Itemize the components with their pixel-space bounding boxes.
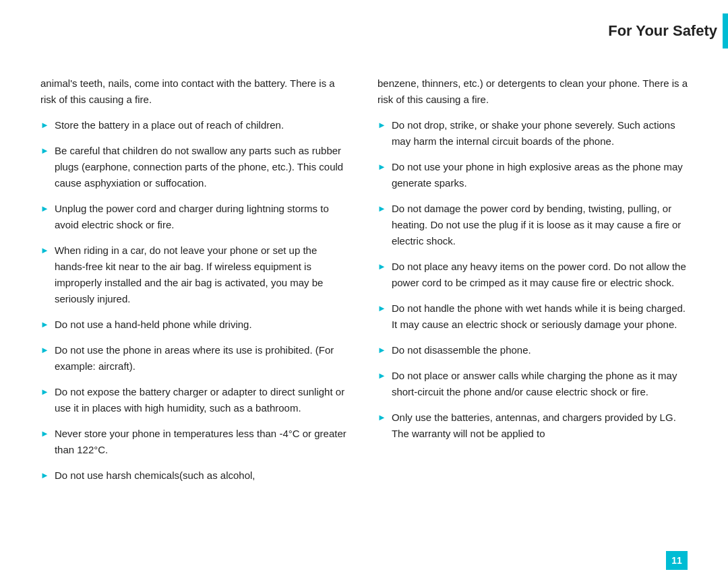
list-item: ► Do not handle the phone with wet hands… (377, 300, 688, 333)
bullet-text: Store the battery in a place out of reac… (55, 117, 284, 133)
list-item: ► Do not place any heavy items on the po… (377, 259, 688, 291)
main-content: animal's teeth, nails, come into contact… (0, 55, 728, 513)
list-item: ► Do not use harsh chemicals(such as alc… (40, 467, 351, 484)
bullet-arrow-icon: ► (40, 318, 49, 332)
bullet-arrow-icon: ► (40, 427, 49, 441)
bullet-arrow-icon: ► (40, 344, 49, 358)
bullet-arrow-icon: ► (377, 411, 386, 425)
bullet-arrow-icon: ► (40, 202, 49, 216)
bullet-text: Do not handle the phone with wet hands w… (392, 300, 688, 333)
list-item: ► Be careful that children do not swallo… (40, 143, 351, 191)
bullet-text: Do not use a hand-held phone while drivi… (55, 317, 252, 333)
bullet-text: Do not place any heavy items on the powe… (392, 259, 688, 291)
page-number: 11 (671, 555, 682, 566)
bullet-arrow-icon: ► (40, 119, 49, 133)
bullet-arrow-icon: ► (377, 344, 386, 358)
bullet-text: Do not damage the power cord by bending,… (392, 201, 688, 249)
list-item: ► Only use the batteries, antennas, and … (377, 410, 688, 442)
bullet-arrow-icon: ► (377, 369, 386, 383)
list-item: ► When riding in a car, do not leave you… (40, 243, 351, 307)
list-item: ► Do not use a hand-held phone while dri… (40, 317, 351, 333)
list-item: ► Unplug the power cord and charger duri… (40, 201, 351, 233)
bullet-text: Do not place or answer calls while charg… (392, 368, 688, 400)
bullet-text: Do not use the phone in areas where its … (55, 342, 351, 375)
left-column: animal's teeth, nails, come into contact… (40, 75, 351, 493)
right-column: benzene, thinners, etc.) or detergents t… (377, 75, 688, 493)
page-footer: 11 (666, 551, 688, 570)
bullet-arrow-icon: ► (377, 302, 386, 316)
right-intro-text: benzene, thinners, etc.) or detergents t… (377, 75, 688, 108)
bullet-text: Be careful that children do not swallow … (55, 143, 351, 191)
list-item: ► Do not damage the power cord by bendin… (377, 201, 688, 249)
left-intro-text: animal's teeth, nails, come into contact… (40, 75, 351, 108)
page-title: For Your Safety (608, 22, 723, 40)
bullet-text: Do not expose the battery charger or ada… (55, 384, 351, 416)
header-accent-bar (723, 13, 728, 48)
header-title-wrapper: For Your Safety (608, 13, 728, 48)
bullet-arrow-icon: ► (40, 469, 49, 483)
bullet-text: Do not drop, strike, or shake your phone… (392, 117, 688, 150)
list-item: ► Store the battery in a place out of re… (40, 117, 351, 133)
bullet-text: Do not disassemble the phone. (392, 342, 531, 358)
list-item: ► Do not expose the battery charger or a… (40, 384, 351, 416)
bullet-arrow-icon: ► (40, 144, 49, 158)
bullet-text: Do not use harsh chemicals(such as alcoh… (55, 467, 255, 484)
bullet-text: When riding in a car, do not leave your … (55, 243, 351, 307)
bullet-arrow-icon: ► (40, 244, 49, 258)
bullet-text: Never store your phone in temperatures l… (55, 426, 351, 458)
list-item: ► Do not use the phone in areas where it… (40, 342, 351, 375)
page-container: For Your Safety animal's teeth, nails, c… (0, 0, 728, 582)
bullet-arrow-icon: ► (377, 260, 386, 274)
list-item: ► Do not use your phone in high explosiv… (377, 159, 688, 191)
bullet-arrow-icon: ► (40, 385, 49, 399)
bullet-text: Unplug the power cord and charger during… (55, 201, 351, 233)
list-item: ► Do not disassemble the phone. (377, 342, 688, 358)
page-header: For Your Safety (0, 0, 728, 55)
bullet-arrow-icon: ► (377, 119, 386, 133)
page-number-badge: 11 (666, 551, 688, 570)
bullet-arrow-icon: ► (377, 202, 386, 216)
list-item: ► Do not place or answer calls while cha… (377, 368, 688, 400)
list-item: ► Never store your phone in temperatures… (40, 426, 351, 458)
bullet-arrow-icon: ► (377, 160, 386, 174)
list-item: ► Do not drop, strike, or shake your pho… (377, 117, 688, 150)
bullet-text: Do not use your phone in high explosive … (392, 159, 688, 191)
bullet-text: Only use the batteries, antennas, and ch… (392, 410, 688, 442)
